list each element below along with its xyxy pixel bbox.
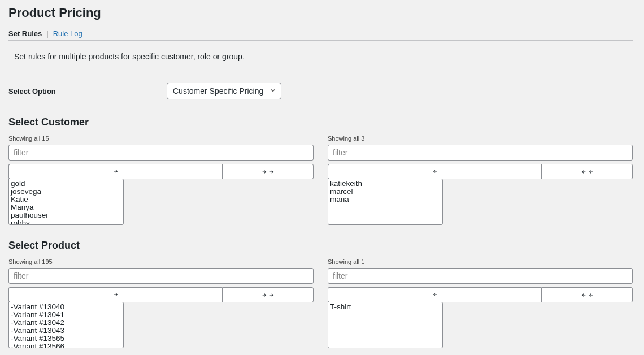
- customer-available-count: Showing all 15: [8, 135, 314, 142]
- list-item[interactable]: -Variant #13565: [11, 335, 121, 343]
- double-arrow-right-icon: [261, 292, 275, 298]
- product-available: Showing all 195 -Variant #13040 -Variant…: [8, 258, 314, 348]
- tab-set-rules[interactable]: Set Rules: [8, 29, 42, 38]
- customer-move-all-left-button[interactable]: [541, 164, 633, 179]
- tab-rule-log[interactable]: Rule Log: [53, 29, 82, 38]
- option-row: Select Option Customer Specific Pricing: [8, 83, 633, 99]
- double-arrow-right-icon: [261, 169, 275, 175]
- double-arrow-left-icon: [580, 292, 594, 298]
- list-item[interactable]: -Variant #13041: [11, 311, 121, 319]
- tab-separator: |: [46, 29, 48, 38]
- arrow-left-icon: [432, 291, 438, 299]
- customer-move-all-right-button[interactable]: [222, 164, 314, 179]
- option-select[interactable]: Customer Specific Pricing: [167, 83, 281, 99]
- list-item[interactable]: Katie: [11, 196, 121, 204]
- select-option-label: Select Option: [8, 87, 167, 96]
- customer-available: Showing all 15 gold josevega Katie Mariy…: [8, 135, 314, 225]
- arrow-right-icon: [112, 167, 119, 176]
- customer-selected-count: Showing all 3: [328, 135, 633, 142]
- list-item[interactable]: -Variant #13042: [11, 319, 121, 327]
- customer-move-right-button[interactable]: [8, 164, 222, 179]
- product-selected-list[interactable]: T-shirt: [328, 302, 443, 348]
- arrow-left-icon: [432, 167, 438, 176]
- list-item[interactable]: robby: [11, 219, 121, 225]
- customer-available-filter[interactable]: [8, 145, 314, 161]
- product-move-all-right-button[interactable]: [222, 287, 314, 302]
- list-item[interactable]: marcel: [330, 188, 441, 196]
- description: Set rules for multiple products for spec…: [14, 52, 633, 61]
- product-selected: Showing all 1 T-shirt: [328, 258, 633, 348]
- product-available-count: Showing all 195: [8, 258, 314, 265]
- list-item[interactable]: Mariya: [11, 204, 121, 211]
- product-move-right-button[interactable]: [8, 287, 222, 302]
- customer-selected-filter[interactable]: [328, 145, 633, 161]
- list-item[interactable]: T-shirt: [330, 303, 441, 311]
- product-move-left-button[interactable]: [328, 287, 541, 302]
- select-customer-title: Select Customer: [8, 116, 633, 128]
- product-selected-filter[interactable]: [328, 268, 633, 284]
- tab-bar: Set Rules | Rule Log: [8, 29, 633, 38]
- customer-selected-list[interactable]: katiekeith marcel maria: [328, 179, 443, 225]
- list-item[interactable]: katiekeith: [330, 180, 441, 188]
- select-product-title: Select Product: [8, 240, 633, 252]
- tab-underline: [8, 40, 633, 41]
- product-dual-list: Showing all 195 -Variant #13040 -Variant…: [8, 258, 633, 348]
- customer-selected: Showing all 3 katiekeith marcel maria: [328, 135, 633, 225]
- double-arrow-left-icon: [580, 169, 594, 175]
- customer-move-left-button[interactable]: [328, 164, 541, 179]
- list-item[interactable]: paulhouser: [11, 211, 121, 219]
- customer-dual-list: Showing all 15 gold josevega Katie Mariy…: [8, 135, 633, 225]
- product-available-filter[interactable]: [8, 268, 314, 284]
- arrow-right-icon: [112, 291, 119, 299]
- list-item[interactable]: gold: [11, 180, 121, 188]
- page-title: Product Pricing: [8, 6, 633, 20]
- customer-available-list[interactable]: gold josevega Katie Mariya paulhouser ro…: [8, 179, 124, 225]
- list-item[interactable]: josevega: [11, 188, 121, 196]
- product-selected-count: Showing all 1: [328, 258, 633, 265]
- product-available-list[interactable]: -Variant #13040 -Variant #13041 -Variant…: [8, 302, 124, 348]
- product-move-all-left-button[interactable]: [541, 287, 633, 302]
- list-item[interactable]: -Variant #13043: [11, 327, 121, 335]
- list-item[interactable]: maria: [330, 196, 441, 204]
- list-item[interactable]: -Variant #13040: [11, 303, 121, 311]
- list-item[interactable]: -Variant #13566: [11, 343, 121, 348]
